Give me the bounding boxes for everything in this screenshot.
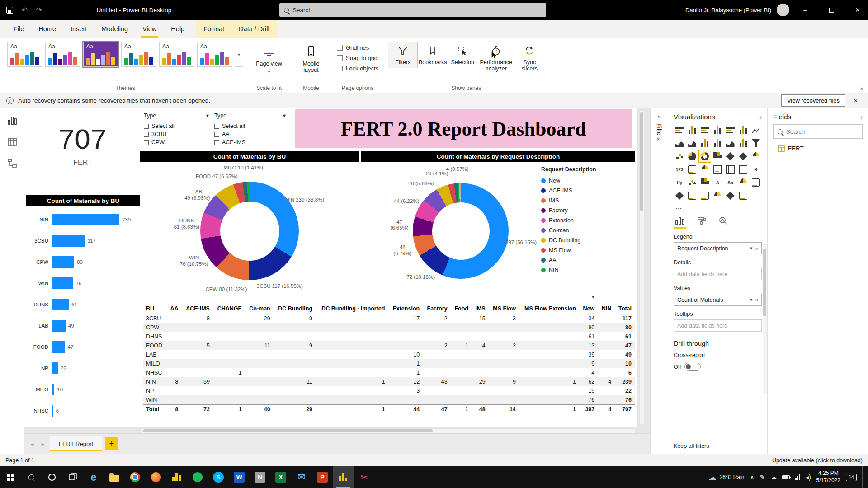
bar[interactable] [52,277,73,289]
cell[interactable] [519,386,579,395]
row-header[interactable]: DHNS [143,332,166,341]
cell[interactable]: 11 [274,377,316,386]
notification-center-badge[interactable]: 14 [846,474,857,481]
column-header-factory[interactable]: Factory [423,304,451,314]
cell[interactable] [423,386,451,395]
area-chart-icon[interactable] [674,137,685,149]
cell[interactable]: 4 [472,341,489,350]
bar[interactable] [52,341,65,353]
theme-thumbnail-5[interactable]: Aa [159,42,194,67]
cell[interactable] [598,395,614,405]
cell[interactable]: 19 [579,386,598,395]
cell[interactable] [489,332,519,341]
cortana-button[interactable] [42,466,62,488]
filters-pane-collapsed[interactable]: « Filters [650,108,668,454]
bar-row-np[interactable]: NP22 [26,357,140,379]
cell[interactable] [519,359,579,368]
table-row-cpw[interactable]: CPW8080 [143,323,635,332]
bar[interactable] [52,214,119,225]
cell[interactable]: 9 [274,314,316,324]
matrix-icon[interactable] [737,164,749,175]
bar-row-nin[interactable]: NIN239 [26,209,140,230]
slicer-item-cpw[interactable]: CPW [144,139,209,145]
cell[interactable] [519,332,579,341]
undo-icon[interactable]: ↶ [21,5,28,15]
cell[interactable] [598,386,614,395]
cell[interactable] [213,332,245,341]
row-header[interactable]: FOOD [143,341,166,350]
slicer-type-1[interactable]: Type▾Select all3CBUCPW [143,111,210,148]
cell[interactable] [388,323,423,332]
page-tab-fert-report[interactable]: FERT Report [50,436,102,451]
legend-item-new[interactable]: New [541,176,632,186]
cell[interactable] [274,386,316,395]
cell[interactable] [451,359,472,368]
cell[interactable] [489,350,519,359]
update-available-link[interactable]: Update available (click to download) [772,457,863,464]
view-recovered-files-button[interactable]: View recovered files [781,94,845,107]
menu-tab-data-drill[interactable]: Data / Drill [231,20,277,38]
clustered-bar-chart-icon[interactable] [699,124,711,136]
cell[interactable] [181,332,212,341]
legend-item-aa[interactable]: AA [541,255,632,265]
cell[interactable] [472,386,489,395]
slicer-header[interactable]: Type▾ [213,111,287,121]
word-taskbar-icon[interactable]: W [229,466,250,488]
cell[interactable] [451,314,472,324]
donut-chart-count-by-bu[interactable]: Count of Materials by BU NIN 239 (33.8%)… [140,151,359,300]
hidden-icons-chevron[interactable]: ∧ [750,474,754,481]
100-stacked-column-chart-icon[interactable] [737,124,749,136]
azure-map-icon[interactable] [725,190,736,202]
metrics-icon[interactable] [737,177,749,188]
bar[interactable] [52,405,53,417]
column-header-ace-ims[interactable]: ACE-IMS [181,304,212,314]
cell[interactable]: 11 [245,341,274,350]
cell[interactable] [489,386,519,395]
edge-taskbar-icon[interactable]: e [83,466,104,488]
paginated-report-icon[interactable] [750,177,762,188]
start-button[interactable] [0,466,21,488]
legend-item-ims[interactable]: IMS [541,196,632,206]
table-icon[interactable] [725,164,736,175]
cell[interactable] [245,395,274,405]
cell[interactable] [489,368,519,377]
redo-icon[interactable]: ↷ [36,5,42,15]
cell[interactable]: 4 [598,377,614,386]
snipping-tool-taskbar-icon[interactable]: ✂ [354,466,374,488]
matrix-visual[interactable]: BUAAACE-IMSCHANGECo-manDC BundlingDC Bun… [143,304,635,425]
mobile-layout-button[interactable]: Mobile layout [295,42,327,74]
bar-row-dhns[interactable]: DHNS61 [26,294,140,315]
cell[interactable] [316,395,388,405]
row-header[interactable]: NHSC [143,368,166,377]
card-visual-fert-count[interactable]: 707 FERT [26,110,139,191]
cell[interactable] [181,386,212,395]
cell[interactable]: 9 [274,341,316,350]
funnel-chart-icon[interactable] [750,137,762,149]
spotify-taskbar-icon[interactable] [187,466,208,488]
cell[interactable] [598,350,614,359]
bar-row-food[interactable]: FOOD47 [26,336,140,357]
fields-search-box[interactable] [773,124,863,139]
cell[interactable] [245,386,274,395]
decomposition-tree-icon[interactable] [699,177,711,188]
cell[interactable] [274,332,316,341]
field-table-fert[interactable]: › FERT [773,143,863,154]
chevron-down-icon[interactable]: ▾ [750,297,753,303]
column-header-extension[interactable]: Extension [388,304,423,314]
selection-button[interactable]: Selection [448,42,477,68]
chevron-down-icon[interactable]: ▾ [283,112,286,119]
cell[interactable] [316,350,388,359]
scorecard-icon[interactable] [712,190,723,202]
table-row-lab[interactable]: LAB103949 [143,350,635,359]
cell[interactable]: 76 [614,395,635,405]
cell[interactable] [213,377,245,386]
cell[interactable] [245,350,274,359]
cell[interactable] [316,359,388,368]
tooltips-field-well[interactable]: Add data fields here [674,319,762,332]
cell[interactable]: 10 [388,350,423,359]
slicer-item-select-all[interactable]: Select all [214,123,286,129]
donut-chart-icon[interactable] [699,150,711,162]
report-canvas[interactable]: 707 FERT Type▾Select all3CBUCPW Type▾Sel… [24,108,650,433]
table-row-nin[interactable]: NIN85911112432991624239 [143,377,635,386]
bar-chart-count-by-bu[interactable]: Count of Materials by BU NIN2393CBU117CP… [26,195,140,427]
